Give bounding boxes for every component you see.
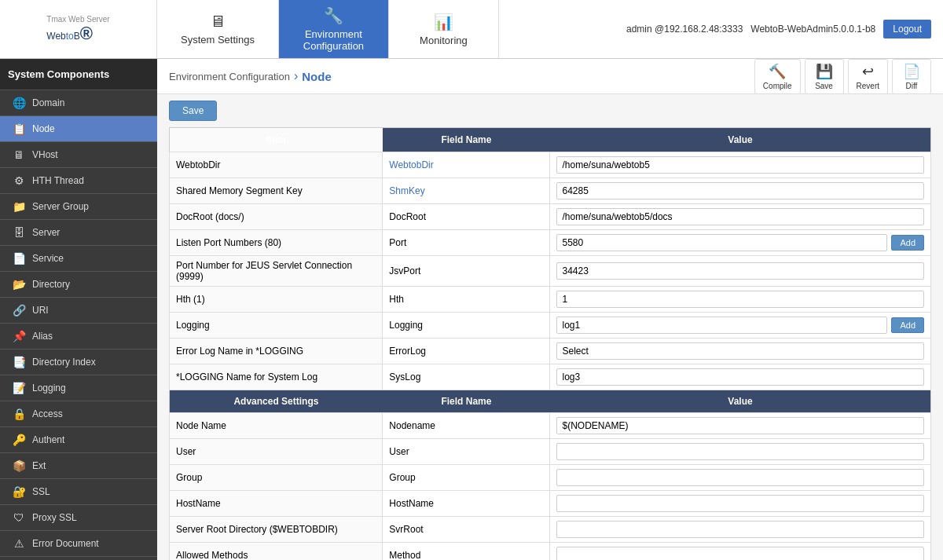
sidebar-item-access[interactable]: 🔒 Access (0, 401, 157, 427)
authent-icon: 🔑 (12, 434, 26, 446)
vhost-icon: 🖥 (12, 148, 26, 161)
sidebar-item-label: Domain (32, 97, 64, 108)
item-method: Allowed Methods (170, 543, 383, 561)
sidebar-item-uri[interactable]: 🔗 URI (0, 298, 157, 324)
sidebar-item-label: Authent (32, 434, 64, 445)
sidebar-item-directory[interactable]: 📂 Directory (0, 272, 157, 298)
value-hth (550, 287, 931, 313)
fieldname-jsvport: JsvPort (383, 256, 550, 287)
value-user (550, 439, 931, 465)
sidebar-item-label: HTH Thread (32, 175, 84, 186)
main-layout: System Components 🌐 Domain 📋 Node 🖥 VHos… (0, 59, 943, 560)
input-webtobdir[interactable] (556, 156, 924, 174)
sidebar-item-label: Service (32, 253, 64, 264)
fieldname-link[interactable]: WebtobDir (389, 159, 433, 170)
environment-icon: 🔧 (324, 6, 343, 25)
sidebar-item-server-group[interactable]: 📁 Server Group (0, 194, 157, 220)
value-port: Add (550, 230, 931, 256)
input-method[interactable] (556, 547, 924, 560)
sidebar-item-logging[interactable]: 📝 Logging (0, 375, 157, 401)
sidebar-item-directory-index[interactable]: 📑 Directory Index (0, 350, 157, 375)
input-hostname[interactable] (556, 495, 924, 512)
item-group: Group (170, 465, 383, 491)
diff-button[interactable]: 📄 Diff (892, 59, 931, 94)
input-shmkey[interactable] (556, 182, 924, 199)
sidebar-item-label: Node (32, 123, 55, 134)
table-row: Listen Port Numbers (80) Port Add (170, 230, 931, 256)
table-row: Group Group (170, 465, 931, 491)
sidebar-item-hth-thread[interactable]: ⚙ HTH Thread (0, 168, 157, 194)
tab-system-settings[interactable]: 🖥 System Settings (157, 0, 279, 58)
tab-monitoring[interactable]: 📊 Monitoring (389, 0, 499, 58)
table-row: Port Number for JEUS Servlet Connection … (170, 256, 931, 287)
select-errorlog[interactable]: Select (556, 342, 924, 360)
sidebar-item-alias[interactable]: 📌 Alias (0, 324, 157, 350)
item-logging: Logging (170, 313, 383, 339)
sidebar-item-authent[interactable]: 🔑 Authent (0, 427, 157, 453)
sidebar-item-domain[interactable]: 🌐 Domain (0, 90, 157, 116)
table-row: HostName HostName (170, 491, 931, 517)
system-settings-icon: 🖥 (210, 13, 226, 31)
toolbar: 🔨 Compile 💾 Save ↩ Revert 📄 Diff (754, 59, 931, 94)
fieldname-errorlog: ErrorLog (383, 339, 550, 364)
item-syslog: *LOGGING Name for System Log (170, 364, 383, 390)
input-hth[interactable] (556, 291, 924, 308)
add-logging-button[interactable]: Add (891, 317, 924, 333)
sidebar-item-ssl[interactable]: 🔐 SSL (0, 479, 157, 505)
logout-button[interactable]: Logout (883, 20, 931, 38)
fieldname-logging: Logging (383, 313, 550, 339)
save-button[interactable]: Save (169, 101, 217, 121)
revert-button[interactable]: ↩ Revert (848, 59, 888, 94)
table-row: Error Log Name in *LOGGING ErrorLog Sele… (170, 339, 931, 364)
save-toolbar-button[interactable]: 💾 Save (805, 59, 844, 94)
fieldname-hostname: HostName (383, 491, 550, 517)
nav-tabs: 🖥 System Settings 🔧 EnvironmentConfigura… (157, 0, 615, 58)
add-port-button[interactable]: Add (891, 235, 924, 251)
input-jsvport[interactable] (556, 262, 924, 280)
sidebar-item-label: Server Group (32, 201, 89, 212)
sidebar-item-vhost[interactable]: 🖥 VHost (0, 142, 157, 168)
sidebar-item-ext[interactable]: 📦 Ext (0, 453, 157, 479)
compile-button[interactable]: 🔨 Compile (754, 59, 801, 94)
sidebar: System Components 🌐 Domain 📋 Node 🖥 VHos… (0, 59, 157, 560)
tab-environment-label: EnvironmentConfiguration (303, 28, 364, 52)
input-nodename[interactable] (556, 417, 924, 434)
sidebar-item-proxy-ssl[interactable]: 🛡 Proxy SSL (0, 505, 157, 531)
sidebar-item-expires[interactable]: ⏰ Expires (0, 557, 157, 560)
input-port[interactable] (556, 234, 887, 251)
sidebar-item-error-document[interactable]: ⚠ Error Document (0, 531, 157, 557)
value-method (550, 543, 931, 561)
advanced-item-header: Advanced Settings (170, 390, 383, 413)
breadcrumb: Environment Configuration › Node (169, 69, 332, 83)
input-user[interactable] (556, 443, 924, 460)
directory-icon: 📂 (12, 278, 26, 291)
table-row: Shared Memory Segment Key ShmKey (170, 178, 931, 204)
select-logging[interactable]: log1 log2 log3 (556, 317, 887, 334)
fieldname-group: Group (383, 465, 550, 491)
config-table: Item Field Name Value WebtobDir WebtobDi… (169, 127, 931, 560)
input-svrroot[interactable] (556, 521, 924, 538)
sidebar-item-service[interactable]: 📄 Service (0, 246, 157, 272)
save-toolbar-label: Save (815, 82, 833, 90)
fieldname-nodename: Nodename (383, 413, 550, 439)
table-row: Server Root Directory ($WEBTOBDIR) SvrRo… (170, 517, 931, 543)
value-jsvport (550, 256, 931, 287)
sidebar-item-server[interactable]: 🗄 Server (0, 220, 157, 246)
input-group[interactable] (556, 469, 924, 486)
sidebar-item-label: Alias (32, 331, 53, 342)
fieldname-method: Method (383, 543, 550, 561)
sidebar-item-node[interactable]: 📋 Node (0, 116, 157, 142)
save-icon: 💾 (816, 63, 833, 80)
fieldname-svrroot: SvrRoot (383, 517, 550, 543)
fieldname-link[interactable]: ShmKey (389, 185, 424, 196)
input-docroot[interactable] (556, 208, 924, 225)
advanced-value-header: Value (550, 390, 931, 413)
select-syslog[interactable]: log3 (556, 368, 924, 386)
service-icon: 📄 (12, 252, 26, 265)
tab-environment-configuration[interactable]: 🔧 EnvironmentConfiguration (279, 0, 389, 58)
item-svrroot: Server Root Directory ($WEBTOBDIR) (170, 517, 383, 543)
alias-icon: 📌 (12, 330, 26, 342)
server-group-icon: 📁 (12, 200, 26, 213)
sidebar-item-label: Directory Index (32, 357, 96, 368)
ext-icon: 📦 (12, 459, 26, 472)
